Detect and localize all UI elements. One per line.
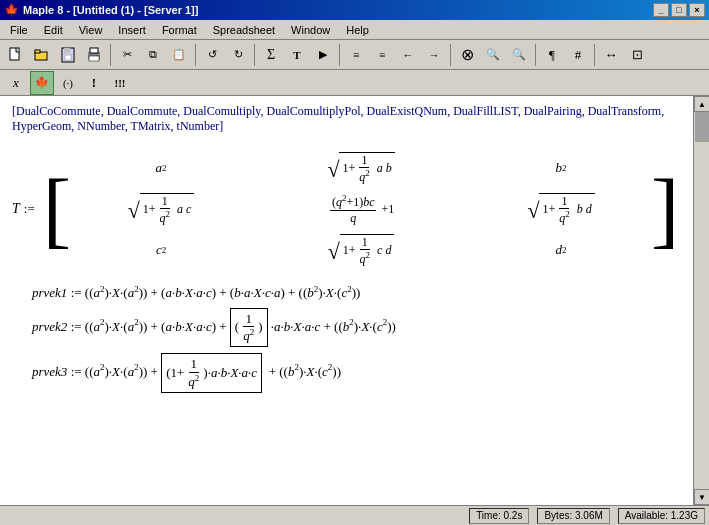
equation-prvek1: prvek1 := ((a2)·X·(a2)) + (a·b·X·a·c) + … (12, 284, 681, 301)
forward-button[interactable]: → (422, 43, 446, 67)
stop-button[interactable]: ⊗ (455, 43, 479, 67)
status-bar: Time: 0.2s Bytes: 3.06M Available: 1.23G (0, 505, 709, 525)
scroll-up-button[interactable]: ▲ (694, 96, 709, 112)
svg-rect-8 (89, 56, 99, 61)
status-time: Time: 0.2s (469, 508, 529, 524)
menu-view[interactable]: View (73, 23, 109, 37)
indent-button[interactable]: ≡ (344, 43, 368, 67)
refresh-button[interactable]: ↔ (599, 43, 623, 67)
execute-button[interactable]: ▶ (311, 43, 335, 67)
menu-format[interactable]: Format (156, 23, 203, 37)
separator-3 (254, 44, 255, 66)
title-bar: 🍁 Maple 8 - [Untitled (1) - [Server 1]] … (0, 0, 709, 20)
svg-rect-4 (64, 48, 70, 53)
main-area: [DualCoCommute, DualCommute, DualComulti… (0, 96, 709, 505)
scroll-thumb[interactable] (695, 112, 709, 142)
copy-button[interactable]: ⧉ (141, 43, 165, 67)
cell-1-3: b2 (556, 160, 567, 176)
cell-3-1: c2 (156, 242, 166, 258)
matrix-definition: T := [ a2 √ 1+1q2 a b (12, 142, 681, 276)
cell-2-3: √ 1+1q2 b d (527, 193, 594, 226)
svg-rect-7 (90, 48, 98, 53)
ellipsis-button[interactable]: !!! (108, 71, 132, 95)
separator-5 (450, 44, 451, 66)
separator-6 (535, 44, 536, 66)
toolbar-main: ✂ ⧉ 📋 ↺ ↻ Σ T ▶ ≡ ≡ ← → ⊗ 🔍 🔍 ¶ # ↔ ⊡ (0, 40, 709, 70)
back-button[interactable]: ← (396, 43, 420, 67)
separator-7 (594, 44, 595, 66)
scroll-track[interactable] (694, 112, 709, 489)
print-button[interactable] (82, 43, 106, 67)
new-button[interactable] (4, 43, 28, 67)
status-available: Available: 1.23G (618, 508, 705, 524)
matrix-assign: := (24, 201, 35, 217)
title-bar-buttons: _ □ × (653, 3, 705, 17)
minimize-button[interactable]: _ (653, 3, 669, 17)
cell-2-1: √ 1+1q2 a c (128, 193, 195, 226)
text-button[interactable]: T (285, 43, 309, 67)
matrix-grid: a2 √ 1+1q2 a b b2 √ (71, 142, 651, 276)
outdent-button[interactable]: ≡ (370, 43, 394, 67)
undo-button[interactable]: ↺ (200, 43, 224, 67)
close-button[interactable]: × (689, 3, 705, 17)
variable-x-button[interactable]: x (4, 71, 28, 95)
open-button[interactable] (30, 43, 54, 67)
menu-spreadsheet[interactable]: Spreadsheet (207, 23, 281, 37)
para-button[interactable]: ¶ (540, 43, 564, 67)
status-bytes: Bytes: 3.06M (537, 508, 609, 524)
cell-3-3: d2 (556, 242, 567, 258)
zoom-in-button[interactable]: 🔍 (481, 43, 505, 67)
exclaim-button[interactable]: ! (82, 71, 106, 95)
equation-prvek3: prvek3 := ((a2)·X·(a2)) + (1+ 1 q2 )·a·b… (12, 353, 681, 393)
menu-file[interactable]: File (4, 23, 34, 37)
grid-button[interactable]: # (566, 43, 590, 67)
export-button[interactable]: ⊡ (625, 43, 649, 67)
menu-bar: File Edit View Insert Format Spreadsheet… (0, 20, 709, 40)
svg-rect-2 (35, 50, 40, 53)
toolbar-secondary: x 🍁 (·) ! !!! (0, 70, 709, 96)
zoom-out-button[interactable]: 🔍 (507, 43, 531, 67)
matrix-label-T: T (12, 201, 20, 217)
redo-button[interactable]: ↻ (226, 43, 250, 67)
menu-edit[interactable]: Edit (38, 23, 69, 37)
save-button[interactable] (56, 43, 80, 67)
maximize-button[interactable]: □ (671, 3, 687, 17)
separator-4 (339, 44, 340, 66)
separator-2 (195, 44, 196, 66)
cell-2-2: (q2+1)bc q +1 (328, 193, 394, 225)
scroll-down-button[interactable]: ▼ (694, 489, 709, 505)
vertical-scrollbar[interactable]: ▲ ▼ (693, 96, 709, 505)
separator-1 (110, 44, 111, 66)
function-list: [DualCoCommute, DualCommute, DualComulti… (12, 104, 681, 134)
paste-button[interactable]: 📋 (167, 43, 191, 67)
bracket-left: [ (43, 171, 71, 248)
sum-button[interactable]: Σ (259, 43, 283, 67)
bracket-right: ] (651, 171, 679, 248)
menu-insert[interactable]: Insert (112, 23, 152, 37)
window-title: Maple 8 - [Untitled (1) - [Server 1]] (23, 4, 198, 16)
menu-window[interactable]: Window (285, 23, 336, 37)
equation-prvek2: prvek2 := ((a2)·X·(a2)) + (a·b·X·a·c) + … (12, 308, 681, 348)
svg-rect-5 (65, 55, 71, 60)
cell-3-2: √ 1+1q2 c d (328, 234, 395, 267)
content-area: [DualCoCommute, DualCommute, DualComulti… (0, 96, 693, 505)
menu-help[interactable]: Help (340, 23, 375, 37)
cut-button[interactable]: ✂ (115, 43, 139, 67)
cell-1-1: a2 (156, 160, 167, 176)
cell-1-2: √ 1+1q2 a b (327, 152, 394, 185)
maple-button[interactable]: 🍁 (30, 71, 54, 95)
paren-button[interactable]: (·) (56, 71, 80, 95)
